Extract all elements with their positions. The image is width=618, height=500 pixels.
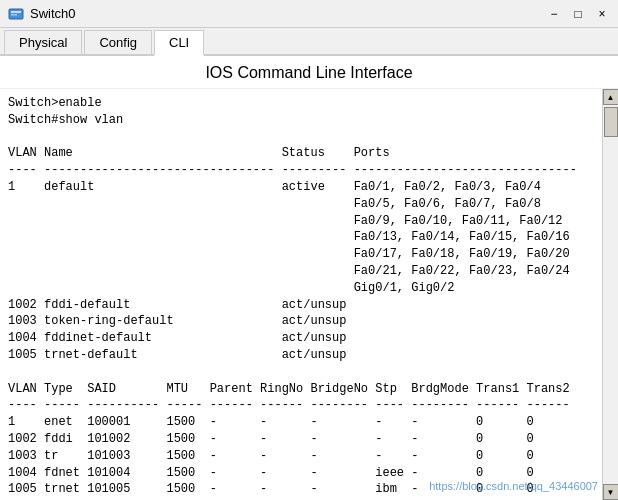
page-title: IOS Command Line Interface <box>0 56 618 89</box>
svg-rect-1 <box>11 11 21 13</box>
title-bar: Switch0 − □ × <box>0 0 618 28</box>
tab-config[interactable]: Config <box>84 30 152 54</box>
app-title: Switch0 <box>30 6 76 21</box>
scrollbar: ▲ ▼ <box>602 89 618 500</box>
title-bar-controls: − □ × <box>546 6 610 22</box>
scroll-thumb[interactable] <box>604 107 618 137</box>
cli-container: Switch>enable Switch#show vlan VLAN Name… <box>0 89 618 500</box>
watermark: https://blog.csdn.net/qq_43446007 <box>429 480 598 492</box>
minimize-button[interactable]: − <box>546 6 562 22</box>
svg-rect-2 <box>11 14 17 16</box>
tab-physical[interactable]: Physical <box>4 30 82 54</box>
cli-output[interactable]: Switch>enable Switch#show vlan VLAN Name… <box>0 89 602 500</box>
close-button[interactable]: × <box>594 6 610 22</box>
title-bar-left: Switch0 <box>8 6 76 22</box>
main-content: IOS Command Line Interface Switch>enable… <box>0 56 618 500</box>
scroll-down-button[interactable]: ▼ <box>603 484 619 500</box>
maximize-button[interactable]: □ <box>570 6 586 22</box>
tab-cli[interactable]: CLI <box>154 30 204 56</box>
scroll-up-button[interactable]: ▲ <box>603 89 619 105</box>
app-icon <box>8 6 24 22</box>
tab-bar: Physical Config CLI <box>0 28 618 56</box>
